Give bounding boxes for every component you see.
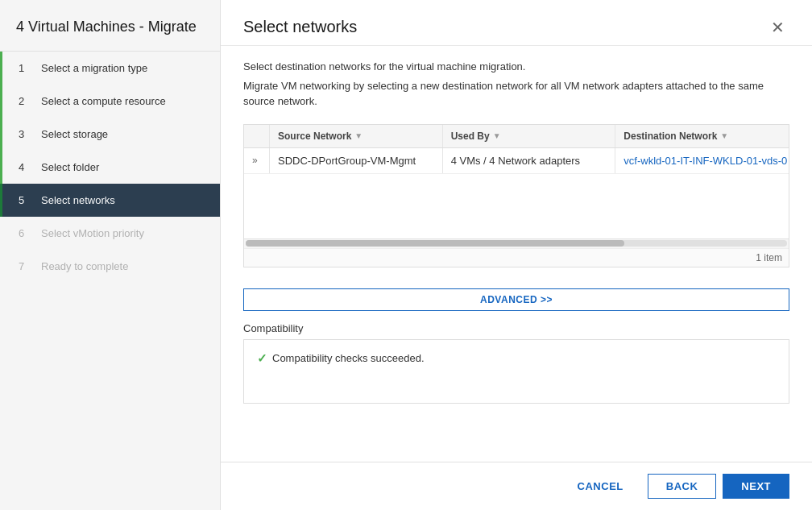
step-label-5: Select networks xyxy=(41,194,115,206)
sidebar-title: 4 Virtual Machines - Migrate xyxy=(0,0,220,52)
table-header: Source Network ▼ Used By ▼ Destination N… xyxy=(244,125,789,148)
step-number-7: 7 xyxy=(19,260,35,272)
description-line1: Select destination networks for the virt… xyxy=(243,59,789,75)
compatibility-message: Compatibility checks succeeded. xyxy=(272,352,425,364)
sidebar-step-1[interactable]: 1 Select a migration type xyxy=(0,52,220,85)
table-empty-space xyxy=(244,174,789,238)
th-source-network: Source Network ▼ xyxy=(270,125,443,147)
close-button[interactable]: ✕ xyxy=(766,18,789,37)
step-label-3: Select storage xyxy=(41,128,108,140)
sidebar-step-4[interactable]: 4 Select folder xyxy=(0,151,220,184)
td-source-network: SDDC-DPortGroup-VM-Mgmt xyxy=(270,148,443,173)
description-line2: Migrate VM networking by selecting a new… xyxy=(243,78,789,110)
th-expand xyxy=(244,125,270,147)
checkmark-icon: ✓ xyxy=(257,351,267,366)
td-used-by: 4 VMs / 4 Network adapters xyxy=(443,148,616,173)
sidebar-step-7: 7 Ready to complete xyxy=(0,250,220,283)
td-expand[interactable]: » xyxy=(244,148,270,173)
sidebar-step-3[interactable]: 3 Select storage xyxy=(0,118,220,151)
sidebar-step-2[interactable]: 2 Select a compute resource xyxy=(0,85,220,118)
next-button[interactable]: NEXT xyxy=(723,474,789,499)
table-row: » SDDC-DPortGroup-VM-Mgmt 4 VMs / 4 Netw… xyxy=(244,148,789,174)
scrollbar-track[interactable] xyxy=(246,240,787,247)
cancel-button[interactable]: CANCEL xyxy=(560,475,641,498)
step-number-1: 1 xyxy=(19,62,35,74)
sidebar-steps: 1 Select a migration type 2 Select a com… xyxy=(0,52,220,510)
sidebar-step-5[interactable]: 5 Select networks xyxy=(0,184,220,217)
expand-icon: » xyxy=(252,155,258,166)
main-panel: Select networks ✕ Select destination net… xyxy=(221,0,812,510)
scrollbar-row xyxy=(244,238,789,248)
step-label-1: Select a migration type xyxy=(41,62,147,74)
scrollbar-thumb xyxy=(246,240,624,247)
table-footer: 1 item xyxy=(244,248,789,267)
step-number-6: 6 xyxy=(19,227,35,239)
td-destination-network[interactable]: vcf-wkld-01-IT-INF-WKLD-01-vds-0 xyxy=(615,148,789,173)
step-label-2: Select a compute resource xyxy=(41,95,166,107)
step-number-3: 3 xyxy=(19,128,35,140)
step-number-5: 5 xyxy=(19,194,35,206)
advanced-button[interactable]: ADVANCED >> xyxy=(243,288,789,311)
th-destination-network: Destination Network ▼ xyxy=(615,125,789,147)
step-label-4: Select folder xyxy=(41,161,99,173)
compatibility-success: ✓ Compatibility checks succeeded. xyxy=(257,351,776,366)
main-footer: CANCEL BACK NEXT xyxy=(221,462,812,510)
step-label-6: Select vMotion priority xyxy=(41,227,144,239)
main-body: Select destination networks for the virt… xyxy=(221,46,812,462)
step-number-2: 2 xyxy=(19,95,35,107)
page-title: Select networks xyxy=(243,18,357,36)
th-used-by: Used By ▼ xyxy=(443,125,616,147)
modal-dialog: 4 Virtual Machines - Migrate 1 Select a … xyxy=(0,0,812,510)
step-label-7: Ready to complete xyxy=(41,260,128,272)
sort-icon-usedby[interactable]: ▼ xyxy=(493,131,501,140)
sidebar: 4 Virtual Machines - Migrate 1 Select a … xyxy=(0,0,221,510)
compatibility-label: Compatibility xyxy=(243,322,789,334)
step-number-4: 4 xyxy=(19,161,35,173)
compatibility-box: ✓ Compatibility checks succeeded. xyxy=(243,339,789,404)
sort-icon-source[interactable]: ▼ xyxy=(354,131,362,140)
main-header: Select networks ✕ xyxy=(221,0,812,46)
back-button[interactable]: BACK xyxy=(648,474,717,499)
networks-table: Source Network ▼ Used By ▼ Destination N… xyxy=(243,124,789,267)
sort-icon-destination[interactable]: ▼ xyxy=(720,131,728,140)
sidebar-step-6: 6 Select vMotion priority xyxy=(0,217,220,250)
